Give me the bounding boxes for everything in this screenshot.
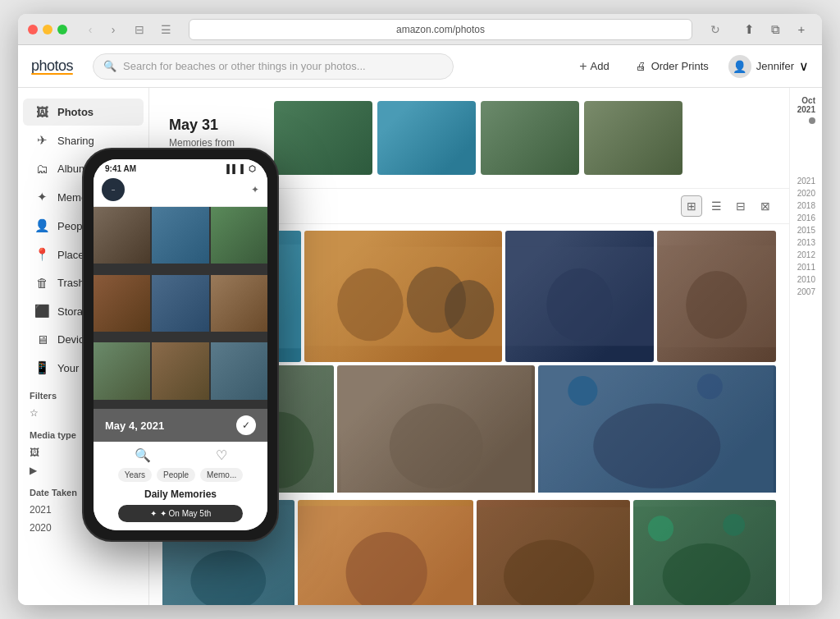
video-filter-icon: ▶	[30, 465, 37, 476]
detail-view-button[interactable]: ⊠	[755, 195, 776, 217]
traffic-lights	[28, 25, 67, 34]
star-icon: ☆	[30, 407, 39, 419]
memory-thumb-2[interactable]	[377, 101, 476, 175]
timeline-bar: Oct 2021 2021 2020 2018 2016 2015 2013 2…	[789, 88, 822, 605]
people-icon: 👤	[34, 218, 49, 233]
browser-nav-controls: ‹ ›	[80, 20, 123, 39]
timeline-year-2007[interactable]: 2007	[794, 286, 819, 298]
timeline-year-2012[interactable]: 2012	[794, 249, 819, 261]
svg-point-9	[547, 268, 613, 341]
memory-thumb-3[interactable]	[481, 101, 579, 175]
sidebar-item-sharing-label: Sharing	[57, 135, 94, 147]
phone-screen: 9:41 AM ▌▌ ▌ ⬡ ~ ✦	[94, 159, 267, 530]
memory-thumb-4[interactable]	[584, 101, 682, 175]
search-bar[interactable]: 🔍 Search for beaches or other things in …	[93, 53, 454, 80]
phone-daily-memories-label: Daily Memories	[102, 487, 259, 502]
memories-icon: ✦	[34, 190, 49, 204]
svg-point-18	[568, 376, 598, 406]
new-tab-button[interactable]: +	[791, 19, 812, 40]
svg-point-20	[594, 404, 721, 488]
app-header: photos 🔍 Search for beaches or other thi…	[18, 45, 822, 88]
browser-titlebar: ‹ › ⊟ ☰ amazon.com/photos ↻ ⬆ ⧉ +	[18, 14, 822, 45]
timeline-year-2018[interactable]: 2018	[794, 199, 819, 212]
memories-date: May 31	[169, 117, 218, 134]
phone-cell-2[interactable]	[152, 207, 208, 264]
photos-icon: 🖼	[34, 105, 49, 119]
reader-mode-button[interactable]: ☰	[156, 20, 176, 39]
phone-cell-6[interactable]	[211, 275, 267, 332]
timeline-year-2021[interactable]: 2021	[794, 175, 819, 187]
maximize-button[interactable]	[57, 25, 67, 34]
phone-heart-icon[interactable]: ♡	[216, 447, 227, 463]
share-button[interactable]: ⬆	[738, 19, 760, 40]
plus-icon: +	[579, 59, 587, 74]
timeline-year-2015[interactable]: 2015	[794, 224, 819, 236]
svg-point-30	[648, 516, 673, 541]
phone-on-may-text: ✦ On May 5th	[160, 509, 211, 518]
memory-thumb-1[interactable]	[274, 101, 372, 175]
user-name: Jennifer	[756, 60, 794, 72]
phone-check-icon[interactable]: ✓	[236, 415, 256, 435]
close-button[interactable]	[28, 25, 38, 34]
phone-search-icon[interactable]: ✦	[251, 184, 259, 195]
grid-photo-11[interactable]	[633, 500, 776, 605]
phone-cell-1[interactable]	[94, 207, 150, 264]
user-menu[interactable]: 👤 Jennifer ∨	[728, 55, 809, 78]
sidebar-item-photos-label: Photos	[57, 106, 94, 118]
browser-action-buttons: ⬆ ⧉ +	[738, 19, 812, 40]
sidebar-item-photos[interactable]: 🖼 Photos	[23, 99, 144, 126]
timeline-year-2016[interactable]: 2016	[794, 212, 819, 224]
add-label: Add	[591, 60, 609, 72]
grid-photo-2[interactable]	[304, 231, 502, 362]
phone-nav-pills: Years People Memo...	[102, 468, 259, 482]
grid-photo-10[interactable]	[477, 500, 630, 605]
minimize-button[interactable]	[43, 25, 52, 34]
albums-icon: 🗂	[34, 162, 49, 176]
phone-cell-7[interactable]	[94, 342, 150, 399]
phone-cell-8[interactable]	[152, 342, 208, 399]
refresh-button[interactable]: ↻	[705, 20, 725, 39]
phone-pill-memo[interactable]: Memo...	[200, 468, 243, 482]
phone-nav-icons: 🔍 ♡	[102, 447, 259, 463]
phone-cell-9[interactable]	[211, 342, 267, 399]
grid-photo-4[interactable]	[657, 231, 776, 362]
forward-button[interactable]: ›	[103, 20, 123, 39]
url-bar[interactable]: amazon.com/photos	[189, 19, 692, 40]
grid-photo-9[interactable]	[298, 500, 473, 605]
order-prints-button[interactable]: 🖨 Order Prints	[629, 57, 715, 76]
phone-pill-people[interactable]: People	[157, 468, 195, 482]
phone-search-nav-icon[interactable]: 🔍	[135, 447, 151, 463]
phone-photo-grid	[94, 207, 267, 409]
phone-cell-4[interactable]	[94, 275, 150, 332]
small-grid-button[interactable]: ⊟	[730, 195, 751, 217]
phone-on-may-button[interactable]: ✦ ✦ On May 5th	[118, 505, 243, 522]
storage-icon: ⬛	[34, 304, 49, 319]
phone-cell-3[interactable]	[211, 207, 267, 264]
timeline-year-2011[interactable]: 2011	[794, 261, 819, 273]
user-avatar: 👤	[728, 55, 751, 78]
order-label: Order Prints	[651, 60, 709, 72]
timeline-year-2010[interactable]: 2010	[794, 273, 819, 286]
phone-cell-5[interactable]	[152, 275, 208, 332]
phone-date-overlay: May 4, 2021 ✓	[94, 409, 267, 442]
svg-point-7	[445, 280, 494, 339]
add-button[interactable]: + Add	[573, 56, 615, 77]
grid-photo-7[interactable]	[538, 365, 776, 497]
printer-icon: 🖨	[636, 60, 646, 72]
list-view-button[interactable]: ☰	[705, 195, 727, 217]
sidebar-toggle-button[interactable]: ⊟	[130, 20, 149, 39]
grid-view-button[interactable]: ⊞	[681, 195, 702, 217]
year-2020-label: 2020	[30, 522, 52, 534]
memories-photos	[274, 101, 776, 175]
phone-date-text: May 4, 2021	[105, 420, 164, 432]
back-button[interactable]: ‹	[80, 20, 100, 39]
grid-photo-6[interactable]	[337, 365, 535, 497]
phone-pill-years[interactable]: Years	[118, 468, 152, 482]
header-actions: + Add 🖨 Order Prints 👤 Jennifer ∨	[573, 55, 809, 78]
timeline-year-2013[interactable]: 2013	[794, 236, 819, 249]
phone-logo: ~	[102, 178, 125, 201]
tabs-button[interactable]: ⧉	[765, 19, 786, 40]
grid-photo-3[interactable]	[505, 231, 654, 362]
timeline-year-2020[interactable]: 2020	[794, 187, 819, 199]
timeline-indicator	[809, 117, 815, 124]
